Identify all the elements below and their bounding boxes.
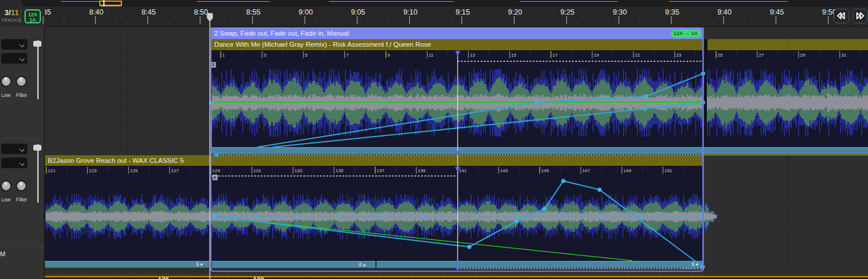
svg-text:137: 137: [377, 168, 385, 173]
svg-text:147: 147: [582, 168, 590, 173]
svg-text:29: 29: [800, 53, 806, 58]
svg-text:3: 3: [264, 53, 267, 58]
svg-text:127: 127: [171, 168, 179, 173]
svg-text:143: 143: [500, 168, 508, 173]
svg-text:123: 123: [89, 168, 97, 173]
svg-text:151: 151: [664, 168, 672, 173]
svg-text:13: 13: [470, 53, 475, 58]
svg-text:145: 145: [541, 168, 549, 173]
svg-text:23: 23: [676, 53, 681, 58]
svg-text:19: 19: [594, 53, 599, 58]
svg-text:131: 131: [253, 168, 262, 173]
svg-text:1: 1: [222, 53, 225, 58]
svg-text:121: 121: [48, 168, 56, 173]
svg-text:15: 15: [511, 53, 517, 58]
svg-text:129: 129: [212, 168, 221, 173]
svg-text:5: 5: [305, 53, 308, 58]
svg-text:139: 139: [418, 168, 426, 173]
svg-text:7: 7: [346, 53, 349, 58]
svg-text:9: 9: [388, 53, 391, 58]
svg-text:141: 141: [459, 168, 467, 173]
svg-text:149: 149: [623, 168, 632, 173]
svg-text:135: 135: [336, 168, 344, 173]
svg-text:25: 25: [717, 53, 723, 58]
svg-text:11: 11: [428, 53, 434, 58]
svg-text:31: 31: [841, 53, 846, 58]
svg-text:21: 21: [635, 53, 640, 58]
svg-text:27: 27: [759, 53, 764, 58]
svg-text:125: 125: [130, 168, 138, 173]
svg-text:17: 17: [552, 53, 557, 58]
svg-text:133: 133: [294, 168, 302, 173]
